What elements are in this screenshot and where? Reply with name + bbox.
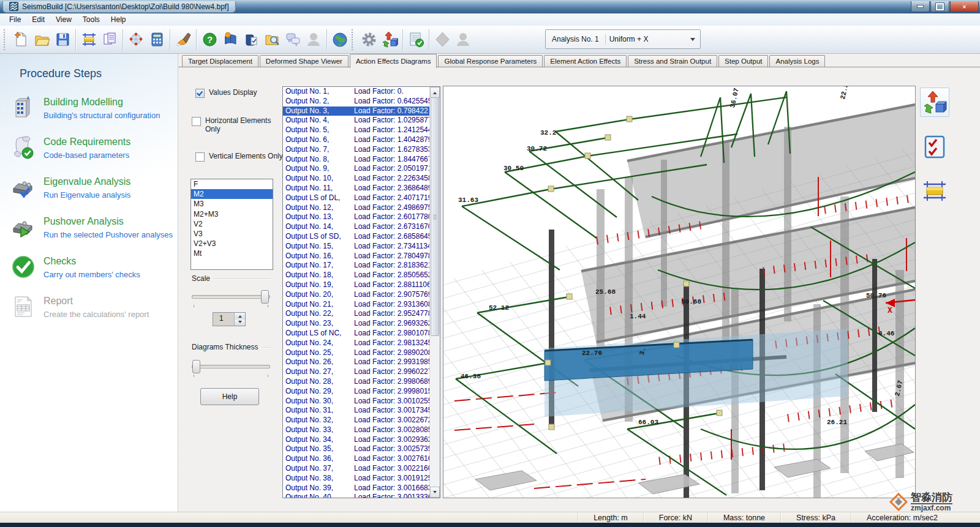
- minimize-button[interactable]: [911, 1, 930, 12]
- output-row[interactable]: Output No. 27,Load Factor: 2.99602278: [283, 367, 430, 377]
- output-row[interactable]: Output No. 7,Load Factor: 1.62783538: [283, 145, 430, 155]
- feedback-icon[interactable]: [282, 28, 303, 51]
- step-subtitle[interactable]: Run the selected Pushover analyses: [43, 230, 173, 239]
- step-subtitle[interactable]: Building's structural configuration: [43, 111, 160, 120]
- step-subtitle[interactable]: Run Eigenvalue analysis: [43, 190, 130, 200]
- scroll-up-icon[interactable]: [430, 87, 440, 98]
- scroll-down-icon[interactable]: [430, 487, 440, 498]
- step-subtitle[interactable]: Code-based parameters: [43, 151, 130, 160]
- output-row[interactable]: Output No. 23,Load Factor: 2.96932622: [283, 319, 430, 329]
- display-options-icon[interactable]: [920, 88, 949, 117]
- calculator-icon[interactable]: [146, 28, 167, 51]
- diagram-type-option[interactable]: V2: [191, 219, 273, 229]
- open-folder-icon[interactable]: [31, 28, 52, 51]
- model-3d-icon[interactable]: [126, 28, 146, 51]
- book-check-icon[interactable]: [241, 28, 262, 51]
- step-subtitle[interactable]: Create the calculations' report: [43, 310, 149, 319]
- output-row[interactable]: Output No. 31,Load Factor: 3.00173456: [283, 406, 430, 416]
- output-row[interactable]: Output No. 14,Load Factor: 2.67316708: [283, 222, 430, 232]
- output-row[interactable]: Output LS of NC,Load Factor: 2.9801078: [283, 329, 430, 338]
- menu-item[interactable]: Tools: [77, 14, 105, 25]
- output-row[interactable]: Output No. 2,Load Factor: 0.64255456: [283, 97, 430, 107]
- output-row[interactable]: Output No. 11,Load Factor: 2.36864893: [283, 184, 430, 193]
- output-row[interactable]: Output No. 10,Load Factor: 2.22634588: [283, 174, 430, 184]
- output-row[interactable]: Output No. 9,Load Factor: 2.0501971: [283, 164, 430, 174]
- book-sun-icon[interactable]: [220, 28, 241, 51]
- new-file-icon[interactable]: [10, 28, 31, 51]
- element-diagrams-icon[interactable]: [921, 177, 949, 205]
- output-row[interactable]: Output No. 6,Load Factor: 1.4042879: [283, 135, 430, 145]
- globe-icon[interactable]: [330, 28, 350, 51]
- output-row[interactable]: Output No. 8,Load Factor: 1.84476676: [283, 155, 430, 165]
- display-3d-icon[interactable]: [379, 28, 400, 51]
- folder-search-icon[interactable]: [262, 28, 282, 51]
- tab[interactable]: Step Output: [718, 55, 768, 67]
- output-row[interactable]: Output No. 32,Load Factor: 3.00226725: [283, 416, 430, 425]
- tab[interactable]: Stress and Strain Output: [628, 55, 717, 67]
- output-row[interactable]: Output No. 1,Load Factor: 0.: [283, 87, 430, 97]
- diagram-type-option[interactable]: M3: [191, 199, 273, 209]
- output-row[interactable]: Output No. 39,Load Factor: 3.00166833: [283, 484, 430, 493]
- report-check-icon[interactable]: [405, 28, 426, 51]
- checkbox-icon[interactable]: [192, 117, 201, 126]
- checkbox-icon[interactable]: [195, 152, 205, 162]
- building-modeller-icon[interactable]: [78, 28, 99, 51]
- spin-up-icon[interactable]: [235, 313, 245, 320]
- menu-item[interactable]: File: [4, 14, 26, 25]
- vertical-elements-checkbox[interactable]: Vertical Elements Only: [195, 152, 287, 162]
- output-row[interactable]: Output No. 36,Load Factor: 3.00276167: [283, 454, 430, 464]
- tab[interactable]: Global Response Parameters: [438, 55, 543, 67]
- output-scrollbar[interactable]: [429, 87, 440, 498]
- scale-slider[interactable]: [192, 290, 270, 302]
- sidebar-item-eigenvalue-analysis[interactable]: Eigenvalue Analysis Run Eigenvalue analy…: [11, 175, 178, 200]
- output-row[interactable]: Output No. 30,Load Factor: 3.00102553: [283, 397, 430, 406]
- tab[interactable]: Target Displacement: [182, 55, 258, 67]
- output-row[interactable]: Output No. 4,Load Factor: 1.02958779: [283, 116, 430, 125]
- model-3d-viewport[interactable]: X 32.230.7230.5031.6352.1246.3822.7666.0…: [443, 86, 916, 498]
- step-subtitle[interactable]: Carry out members' checks: [43, 270, 140, 279]
- diagram-type-option[interactable]: F: [191, 179, 273, 189]
- restore-button[interactable]: [930, 1, 949, 12]
- menu-item[interactable]: Help: [105, 14, 132, 25]
- output-row[interactable]: Output No. 20,Load Factor: 2.90757698: [283, 290, 430, 300]
- help-icon[interactable]: ?: [199, 28, 220, 51]
- scale-spinner[interactable]: 1: [213, 312, 246, 326]
- sidebar-item-report[interactable]: Report Create the calculations' report: [11, 294, 178, 319]
- sidebar-item-checks[interactable]: Checks Carry out members' checks: [11, 255, 178, 279]
- output-steps-listbox[interactable]: Output No. 1,Load Factor: 0. Output No. …: [282, 86, 440, 498]
- output-row[interactable]: Output No. 21,Load Factor: 2.93136085: [283, 300, 430, 310]
- settings-gear-icon[interactable]: [358, 28, 379, 51]
- output-row[interactable]: Output No. 22,Load Factor: 2.95247787: [283, 309, 430, 319]
- output-row[interactable]: Output No. 35,Load Factor: 3.00257353: [283, 444, 430, 454]
- performance-checks-icon[interactable]: [921, 133, 949, 161]
- diagram-type-option[interactable]: M2+M3: [191, 209, 273, 219]
- spin-down-icon[interactable]: [235, 320, 245, 326]
- diagram-type-option[interactable]: Mt: [191, 249, 273, 258]
- values-display-checkbox[interactable]: Values Display: [195, 88, 257, 98]
- sidebar-item-building-modelling[interactable]: Building Modelling Building's structural…: [11, 95, 178, 120]
- tab[interactable]: Analysis Logs: [769, 55, 825, 67]
- diagram-type-option[interactable]: M2: [191, 189, 273, 199]
- output-row[interactable]: Output No. 13,Load Factor: 2.60177805: [283, 212, 430, 222]
- paintbrush-icon[interactable]: [173, 28, 194, 51]
- output-row[interactable]: Output No. 19,Load Factor: 2.8811106: [283, 280, 430, 290]
- output-row[interactable]: Output No. 38,Load Factor: 3.00191257: [283, 474, 430, 484]
- output-row[interactable]: Output No. 17,Load Factor: 2.81836217: [283, 261, 430, 271]
- output-row[interactable]: Output No. 24,Load Factor: 2.98132455: [283, 338, 430, 348]
- output-row[interactable]: Output No. 34,Load Factor: 3.00293628: [283, 435, 430, 445]
- reports-icon[interactable]: [99, 28, 120, 51]
- scrollbar-thumb[interactable]: [431, 97, 439, 336]
- output-row[interactable]: Output No. 15,Load Factor: 2.7341134: [283, 242, 430, 252]
- thickness-slider[interactable]: [192, 360, 270, 372]
- checkbox-checked-icon[interactable]: [195, 89, 205, 98]
- output-row[interactable]: Output No. 25,Load Factor: 2.98902087: [283, 348, 430, 358]
- horizontal-elements-checkbox[interactable]: Horizontal Elements Only: [192, 116, 271, 133]
- slider-thumb[interactable]: [192, 360, 200, 373]
- output-row[interactable]: Output No. 18,Load Factor: 2.85056528: [283, 271, 430, 280]
- output-row[interactable]: Output No. 3,Load Factor: 0.798422: [283, 107, 430, 116]
- menu-item[interactable]: View: [50, 14, 77, 25]
- output-row[interactable]: Output No. 29,Load Factor: 2.99980157: [283, 387, 430, 397]
- output-row[interactable]: Output No. 28,Load Factor: 2.9980689: [283, 377, 430, 387]
- output-row[interactable]: Output LS of DL,Load Factor: 2.40717195: [283, 193, 430, 203]
- tab[interactable]: Action Effects Diagrams: [350, 54, 437, 68]
